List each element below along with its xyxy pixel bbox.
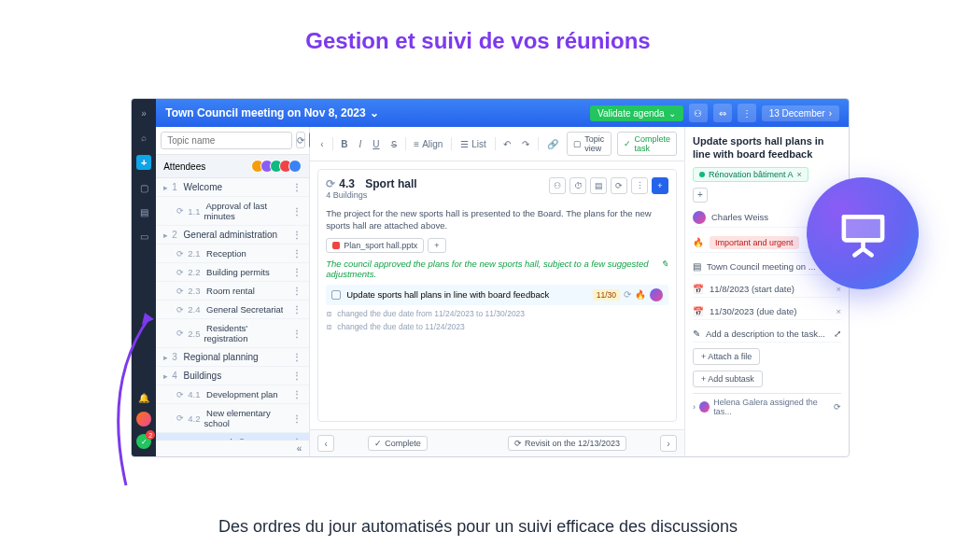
chevron-right-icon[interactable]: › bbox=[693, 402, 696, 412]
chevron-down-icon: ⌄ bbox=[370, 106, 379, 119]
annotation-arrow bbox=[93, 308, 168, 495]
more-icon[interactable]: ⋮ bbox=[292, 304, 302, 315]
topic-pane: ‹ B I U S̶ ≡ Align ☰ List ↶ ↷ 🔗 bbox=[310, 127, 685, 456]
agenda-item[interactable]: ⟳ 4.1 Development plan⋮ bbox=[156, 385, 309, 404]
agenda-item[interactable]: ▸ 2 General administration⋮ bbox=[156, 226, 309, 245]
more-icon[interactable]: ⋮ bbox=[292, 371, 302, 381]
more-icon[interactable]: ⋮ bbox=[292, 230, 302, 240]
attach-file-button[interactable]: + Attach a file bbox=[693, 348, 760, 365]
more-icon[interactable]: ⋮ bbox=[292, 329, 302, 339]
repeat-icon: ⟳ bbox=[624, 289, 631, 300]
flame-icon: 🔥 bbox=[635, 289, 646, 300]
chevron-right-icon: › bbox=[829, 108, 832, 119]
menu-icon[interactable]: » bbox=[137, 106, 150, 119]
share-icon[interactable]: ⇔ bbox=[713, 104, 732, 122]
title-bar: Town Council meeting on Nov 8, 2023⌄ Val… bbox=[156, 99, 849, 127]
more-icon[interactable]: ⋮ bbox=[738, 104, 756, 122]
edit-icon[interactable]: ✎ bbox=[661, 259, 668, 279]
pptx-icon bbox=[332, 242, 340, 249]
refresh-icon[interactable]: ⟳ bbox=[834, 402, 841, 412]
user-icon[interactable]: ⚇ bbox=[549, 177, 566, 194]
users-icon[interactable]: ⚇ bbox=[689, 104, 708, 122]
more-icon[interactable]: ⋮ bbox=[292, 352, 302, 362]
agenda-item[interactable]: ⟳ 2.2 Building permits⋮ bbox=[156, 263, 309, 282]
align-button[interactable]: ≡ Align bbox=[411, 137, 445, 151]
agenda-item[interactable]: ⟳ 2.1 Reception⋮ bbox=[156, 245, 309, 263]
changelog-entry: ⦻changed the due date to 11/24/2023 bbox=[326, 322, 668, 331]
topic-breadcrumb[interactable]: 4 Buildings bbox=[326, 190, 416, 200]
task-row[interactable]: Update sports hall plans in line with bo… bbox=[326, 285, 668, 305]
more-icon[interactable]: ⋮ bbox=[292, 389, 302, 399]
bold-icon[interactable]: B bbox=[338, 137, 350, 151]
collapse-sidebar-button[interactable]: « bbox=[156, 440, 309, 456]
avatar-icon bbox=[699, 401, 710, 413]
topic-actions: ⚇ ⏱ ▤ ⟳ ⋮ + bbox=[549, 177, 668, 194]
nav-prev-icon[interactable]: ‹ bbox=[317, 137, 326, 151]
more-icon[interactable]: ⋮ bbox=[292, 286, 302, 296]
project-tag[interactable]: Rénovation bâtiment A× bbox=[693, 167, 808, 182]
task-due-badge: 11/30 bbox=[593, 289, 620, 301]
due-date-row[interactable]: 📅11/30/2023 (due date)× bbox=[693, 303, 841, 320]
list-button[interactable]: ☰ List bbox=[457, 137, 489, 151]
refresh-icon[interactable]: ⟳ bbox=[296, 132, 305, 148]
prev-topic-button[interactable]: ‹ bbox=[317, 435, 334, 452]
doc-icon[interactable]: ▭ bbox=[137, 230, 150, 243]
agenda-item[interactable]: ⟳ 4.2 New elementary school⋮ bbox=[156, 404, 309, 433]
meeting-title[interactable]: Town Council meeting on Nov 8, 2023⌄ bbox=[165, 106, 378, 119]
more-icon[interactable]: ⋮ bbox=[631, 177, 648, 194]
calendar-icon[interactable]: ▤ bbox=[137, 205, 150, 218]
more-icon[interactable]: ⋮ bbox=[292, 206, 302, 217]
strike-icon[interactable]: S̶ bbox=[388, 137, 400, 151]
attendees-row[interactable]: Attendees bbox=[156, 155, 309, 178]
add-subtask-button[interactable]: + Add subtask bbox=[693, 371, 763, 387]
add-tag-button[interactable]: + bbox=[693, 188, 708, 203]
agenda-item[interactable]: ⟳ 2.3 Room rental⋮ bbox=[156, 282, 309, 301]
validate-agenda-button[interactable]: Validate agenda⌄ bbox=[590, 105, 683, 121]
refresh-icon[interactable]: ⟳ bbox=[611, 177, 627, 194]
agenda-item[interactable]: ⟳ 2.4 General Secretariat⋮ bbox=[156, 301, 309, 319]
description-row[interactable]: ✎Add a description to the task...⤢ bbox=[693, 326, 841, 343]
agenda-item[interactable]: ▸ 4 Buildings⋮ bbox=[156, 367, 309, 385]
underline-icon[interactable]: U bbox=[370, 137, 382, 151]
complete-button[interactable]: ✓ Complete bbox=[368, 436, 428, 451]
detail-title: Update sports hall plans in line with bo… bbox=[693, 134, 841, 161]
close-icon[interactable]: × bbox=[836, 306, 841, 316]
date-nav-button[interactable]: 13 December› bbox=[762, 105, 839, 121]
topic-name-input[interactable] bbox=[161, 132, 292, 149]
checkbox-icon[interactable] bbox=[331, 290, 341, 300]
link-icon[interactable]: 🔗 bbox=[544, 137, 561, 151]
archive-icon[interactable]: ▤ bbox=[590, 177, 607, 194]
agenda-item[interactable]: ⟳ 2.5 Residents' registration⋮ bbox=[156, 319, 309, 348]
page-caption: Des ordres du jour automatisés pour un s… bbox=[0, 517, 956, 537]
add-icon[interactable]: + bbox=[136, 155, 151, 170]
expand-icon[interactable]: ⤢ bbox=[834, 329, 841, 339]
attachment-row: Plan_sport hall.pptx + bbox=[326, 238, 668, 253]
approval-note: The council approved the plans for the n… bbox=[326, 259, 668, 279]
more-icon[interactable]: ⋮ bbox=[292, 267, 302, 277]
agenda-item[interactable]: ⟳ 4.3 Sport hall⋮ bbox=[156, 433, 309, 440]
agenda-item[interactable]: ▸ 1 Welcome⋮ bbox=[156, 178, 309, 197]
more-icon[interactable]: ⋮ bbox=[292, 413, 302, 424]
more-icon[interactable]: ⋮ bbox=[292, 182, 302, 192]
search-icon[interactable]: ⌕ bbox=[137, 131, 150, 144]
presentation-floating-icon bbox=[807, 177, 919, 289]
revisit-button[interactable]: ⟳ Revisit on the 12/13/2023 bbox=[508, 436, 626, 451]
agenda-item[interactable]: ▸ 3 Regional planning⋮ bbox=[156, 348, 309, 367]
attachment-chip[interactable]: Plan_sport hall.pptx bbox=[326, 238, 424, 253]
topic-body[interactable]: The project for the new sports hall is p… bbox=[326, 207, 668, 232]
next-topic-button[interactable]: › bbox=[660, 435, 677, 452]
agenda-item[interactable]: ⟳ 1.1 Approval of last minutes⋮ bbox=[156, 197, 309, 226]
more-icon[interactable]: ⋮ bbox=[292, 248, 302, 259]
add-button[interactable]: + bbox=[652, 177, 668, 194]
add-attachment-button[interactable]: + bbox=[428, 238, 445, 253]
redo-icon[interactable]: ↷ bbox=[519, 137, 532, 151]
folder-icon[interactable]: ▢ bbox=[137, 181, 150, 194]
complete-task-button[interactable]: ✓ Complete task bbox=[617, 132, 677, 156]
attendees-label: Attendees bbox=[163, 161, 205, 172]
undo-icon[interactable]: ↶ bbox=[500, 137, 513, 151]
timer-icon[interactable]: ⏱ bbox=[569, 177, 586, 194]
italic-icon[interactable]: I bbox=[357, 137, 365, 151]
topic-view-button[interactable]: ▢ Topic view bbox=[567, 132, 612, 156]
topic-title: ⟳ 4.3 Sport hall bbox=[326, 177, 416, 190]
start-date-row[interactable]: 📅11/8/2023 (start date)× bbox=[693, 281, 841, 298]
